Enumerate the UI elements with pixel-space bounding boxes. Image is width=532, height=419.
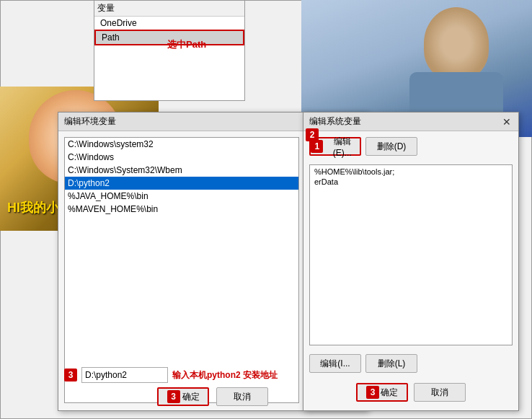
main-confirm-badge: 3 — [366, 386, 379, 399]
value-list[interactable]: %HOME%\lib\tools.jar; erData — [309, 164, 513, 345]
top-edit-row: 1 编辑(E)... 删除(D) — [309, 137, 513, 156]
vars-column-label: 变量 — [97, 3, 115, 13]
confirm-badge-3: 3 — [167, 390, 180, 403]
path-list-item[interactable]: C:\Windows\system32 — [65, 138, 298, 151]
middle-btn-row: 编辑(I... 删除(L) — [309, 354, 513, 373]
vars-panel-header: 变量 — [94, 1, 244, 17]
path-list[interactable]: C:\Windows\system32 C:\Windows C:\Window… — [64, 137, 299, 403]
main-dialog-titlebar: 编辑系统变量 ✕ — [303, 113, 518, 131]
main-dialog: 编辑系统变量 ✕ 1 编辑(E)... 删除(D) %HOME%\lib\too… — [303, 112, 519, 411]
path-list-item[interactable]: C:\Windows — [65, 151, 298, 164]
delete2-button[interactable]: 删除(L) — [365, 354, 417, 373]
vars-item-onedrive[interactable]: OneDrive — [94, 17, 244, 30]
edit-var-button[interactable]: 1 编辑(E)... — [309, 137, 361, 156]
main-cancel-button[interactable]: 取消 — [414, 383, 466, 402]
main-dialog-close-button[interactable]: ✕ — [501, 116, 513, 128]
annotation-badge-3: 3 — [64, 369, 77, 381]
path-input-field[interactable] — [81, 367, 168, 383]
main-dialog-content: 1 编辑(E)... 删除(D) %HOME%\lib\tools.jar; e… — [303, 131, 518, 407]
main-ok-button[interactable]: 3 确定 — [356, 383, 408, 402]
path-input-row: 3 输入本机python2 安装地址 — [64, 367, 278, 383]
value-list-item: %HOME%\lib\tools.jar; — [311, 167, 510, 177]
edit-path-title: 编辑环境变量 — [64, 115, 116, 128]
value-list-item: erData — [311, 177, 510, 187]
edit-badge-1: 1 — [311, 140, 323, 153]
main-dialog-bottom-btns: 3 确定 取消 — [309, 383, 513, 402]
path-list-item-active[interactable]: D:\python2 — [65, 177, 298, 190]
annotation-select-path: 选中Path — [167, 38, 206, 51]
path-list-item[interactable]: C:\Windows\System32\Wbem — [65, 164, 298, 177]
path-list-item[interactable]: %MAVEN_HOME%\bin — [65, 203, 298, 216]
main-dialog-title: 编辑系统变量 — [309, 115, 361, 128]
edit-path-cancel-button[interactable]: 取消 — [216, 387, 268, 406]
delete-var-button[interactable]: 删除(D) — [365, 137, 417, 156]
path-list-item[interactable]: %JAVA_HOME%\bin — [65, 190, 298, 203]
annotation-text-3: 输入本机python2 安装地址 — [172, 369, 278, 381]
edit2-button[interactable]: 编辑(I... — [309, 354, 361, 373]
edit-path-ok-button[interactable]: 3 确定 — [157, 387, 209, 406]
